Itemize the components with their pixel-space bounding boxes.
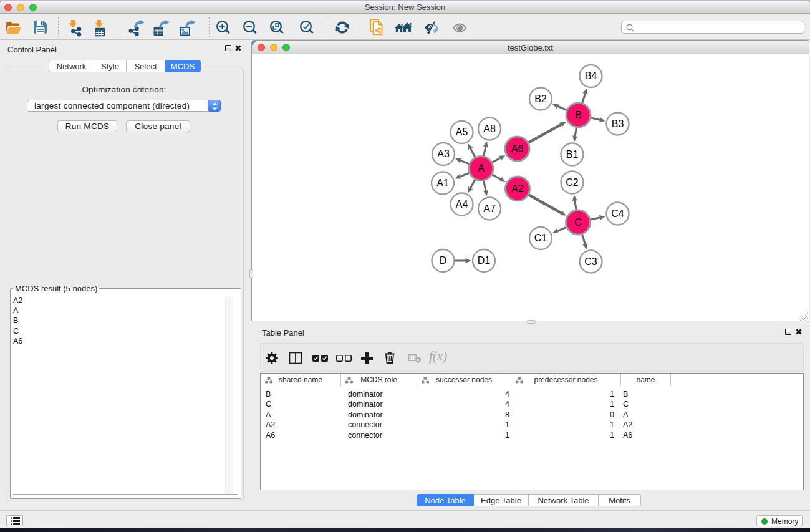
svg-text:A3: A3: [437, 148, 450, 159]
svg-text:B2: B2: [534, 94, 547, 104]
svg-text:D1: D1: [477, 255, 490, 266]
svg-text:D: D: [439, 255, 446, 266]
svg-text:C4: C4: [611, 208, 624, 219]
svg-text:B: B: [575, 110, 582, 120]
svg-text:C2: C2: [566, 177, 579, 188]
svg-text:A4: A4: [455, 199, 468, 210]
svg-text:B3: B3: [611, 118, 624, 129]
svg-text:A1: A1: [436, 178, 449, 188]
svg-text:A7: A7: [483, 203, 496, 214]
svg-text:C1: C1: [534, 233, 547, 243]
svg-text:A5: A5: [455, 127, 468, 137]
svg-text:A: A: [478, 163, 485, 173]
svg-text:B4: B4: [584, 70, 597, 81]
svg-text:A6: A6: [511, 143, 523, 154]
svg-text:A2: A2: [511, 183, 524, 194]
svg-text:C3: C3: [584, 256, 597, 267]
svg-text:A8: A8: [483, 123, 496, 134]
svg-text:C: C: [574, 217, 582, 228]
svg-text:B1: B1: [566, 149, 578, 160]
